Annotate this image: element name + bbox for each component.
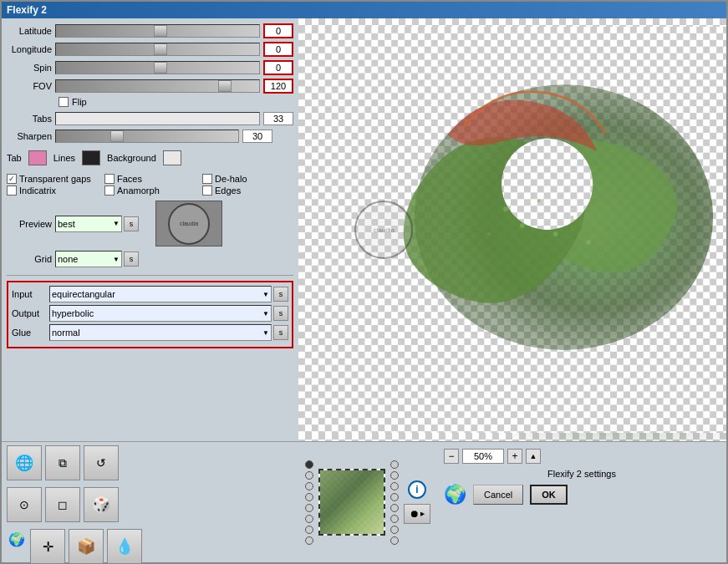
spin-value[interactable] [263,60,293,75]
watermark-box: claudia [155,201,222,246]
latitude-slider[interactable] [55,24,260,38]
watermark-text: claudia [180,221,198,226]
longitude-value[interactable] [263,42,293,57]
output-dropdown[interactable]: hyperbolic ▼ [49,305,272,322]
globe-nav-icon[interactable]: 🌍 [444,484,466,506]
edges-checkbox[interactable] [202,185,212,196]
anamorph-option: Anamorph [104,185,196,196]
grid-value: none [58,254,78,264]
glue-dropdown[interactable]: normal ▼ [49,324,272,341]
settings-label: Flexify 2 settings [444,469,720,479]
cancel-button[interactable]: Cancel [473,485,523,505]
preview-dropdown[interactable]: best ▼ [55,216,122,232]
bg-color-label: Background [107,153,156,163]
nav-dots-left [305,460,313,545]
square-btn[interactable]: ◻ [45,487,80,522]
flip-checkbox[interactable] [59,97,69,107]
nav-dot-8[interactable] [305,536,313,545]
nav-dot-r2[interactable] [390,471,399,480]
thumbnail-image [320,470,384,534]
input-dropdown[interactable]: equirectangular ▼ [49,286,272,302]
nav-dot-r8[interactable] [390,536,399,545]
zoom-plus-btn[interactable]: + [507,449,522,464]
transparent-gaps-option: Transparent gaps [7,174,98,184]
zoom-field[interactable] [462,449,504,464]
longitude-row: Longitude [7,42,293,57]
faces-option: Faces [104,174,196,184]
glue-s-btn[interactable]: s [273,325,288,340]
svg-point-10 [553,231,558,236]
thumbnail-frame [318,469,385,536]
fov-slider[interactable] [55,79,260,93]
rotate-btn[interactable]: ↺ [84,445,119,480]
bg-color-swatch[interactable] [163,150,181,165]
nav-dot-4[interactable] [305,493,313,501]
drop-btn[interactable]: 💧 [107,529,142,564]
nav-dot-3[interactable] [305,482,313,490]
input-output-section: Input equirectangular ▼ s Output hyperbo… [7,281,293,348]
transparent-gaps-checkbox[interactable] [7,174,17,184]
bottom-left: 🌐 ⧉ ↺ ⊙ ◻ 🎲 🌍 ✛ 📦 💧 [2,442,298,562]
zoom-minus-btn[interactable]: − [444,449,459,464]
preview-dropdown-arrow: ▼ [113,220,120,227]
spin-slider[interactable] [55,61,260,74]
grid-s-btn[interactable]: s [124,252,139,267]
nav-dot-6[interactable] [305,515,313,523]
nav-dot-r6[interactable] [390,515,399,523]
output-label: Output [12,308,49,318]
longitude-slider[interactable] [55,43,260,56]
sharpen-slider[interactable] [55,130,239,143]
anamorph-label: Anamorph [117,185,160,196]
output-s-btn[interactable]: s [273,306,288,321]
de-halo-checkbox[interactable] [202,174,212,184]
tabs-field[interactable] [55,112,260,125]
bottom-section: 🌐 ⧉ ↺ ⊙ ◻ 🎲 🌍 ✛ 📦 💧 [2,441,726,562]
svg-point-8 [520,223,525,228]
preview-label: Preview [7,219,55,229]
nav-dot-7[interactable] [305,526,313,534]
tabs-value[interactable] [263,112,293,125]
input-s-btn[interactable]: s [273,287,288,302]
ok-button[interactable]: OK [530,485,568,505]
glue-dropdown-arrow: ▼ [262,329,269,337]
nav-dot-r3[interactable] [390,482,399,490]
play-record-btn[interactable]: ⏺▶ [404,504,430,524]
fov-row: FOV [7,79,293,94]
lines-color-swatch[interactable] [82,150,100,165]
toolbar-row-1: 🌐 ⧉ ↺ [7,445,293,480]
input-label: Input [12,289,49,299]
anamorph-checkbox[interactable] [104,185,115,196]
indicatrix-checkbox[interactable] [7,185,17,196]
nav-dot-2[interactable] [305,471,313,480]
sharpen-value[interactable] [242,130,272,143]
glue-value: normal [52,328,80,338]
cross-btn[interactable]: ✛ [30,529,65,564]
nav-dot-r5[interactable] [390,504,399,512]
grid-dropdown[interactable]: none ▼ [55,251,122,267]
main-window: Flexify 2 Latitude Longitude Spin [0,0,728,564]
fov-value[interactable] [263,79,293,94]
tab-color-swatch[interactable] [28,150,47,165]
flip-label: Flip [72,97,87,107]
circle-btn[interactable]: ⊙ [7,487,42,522]
copy-btn[interactable]: ⧉ [45,445,80,480]
nav-dot-1[interactable] [305,460,313,469]
globe-btn[interactable]: 🌐 [7,445,42,480]
dice-btn[interactable]: 🎲 [84,487,119,522]
faces-checkbox[interactable] [104,174,115,184]
svg-point-9 [537,199,541,202]
nav-dot-r4[interactable] [390,493,399,501]
zoom-scroll-btn[interactable]: ▲ [526,449,541,464]
box-btn[interactable]: 📦 [69,529,104,564]
nav-dot-r1[interactable] [390,460,399,469]
right-panel: claudia [298,18,726,441]
nav-dot-r7[interactable] [390,526,399,534]
preview-canvas: claudia [298,18,726,441]
info-btn[interactable]: i [408,480,426,499]
preview-s-btn[interactable]: s [124,216,139,231]
world-icon[interactable]: 🌍 [7,529,27,549]
color-bar: Tab Lines Background [7,147,293,169]
latitude-value[interactable] [263,23,293,38]
nav-dot-5[interactable] [305,504,313,512]
fov-label: FOV [7,81,55,91]
